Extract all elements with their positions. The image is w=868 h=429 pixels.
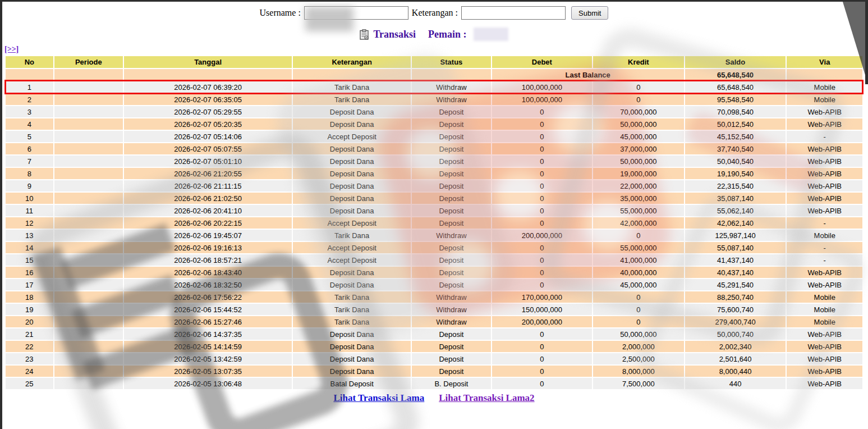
cell-tanggal: 2026-02-07 06:35:05 (124, 94, 292, 105)
table-row: 62026-02-07 05:07:55Deposit DanaDeposit0… (6, 143, 862, 154)
last-balance-value: 65,648,540 (685, 69, 786, 80)
cell-no: 12 (6, 217, 53, 229)
cell-no: 8 (6, 168, 53, 179)
submit-button[interactable]: Submit (571, 6, 608, 20)
cell-kredit: 7,500,000 (593, 378, 684, 389)
edge-border-right (865, 0, 868, 84)
cell-tanggal: 2026-02-05 13:07:35 (124, 366, 292, 377)
cell-kredit: 55,000,000 (593, 242, 684, 253)
cell-status: Deposit (412, 353, 491, 364)
col-saldo: Saldo (685, 56, 786, 68)
cell-debet: 0 (492, 143, 592, 154)
footer-links: Lihat Transaksi Lama Lihat Transaksi Lam… (0, 393, 868, 404)
cell-tanggal: 2026-02-07 05:14:06 (124, 131, 292, 142)
cell-via: Web-APIB (787, 353, 862, 364)
cell-tanggal: 2026-02-06 20:22:15 (124, 217, 292, 229)
cell-kredit: 55,000,000 (593, 205, 684, 216)
cell-kredit: 0 (593, 291, 684, 303)
cell-periode (54, 316, 123, 327)
table-row: 122026-02-06 20:22:15Accept DepositDepos… (6, 217, 862, 229)
cell-saldo: 55,087,140 (685, 242, 786, 253)
lihat-transaksi-lama2-link[interactable]: Lihat Transaksi Lama2 (439, 393, 534, 404)
cell-keterangan: Deposit Dana (293, 353, 411, 364)
keterangan-input[interactable] (461, 6, 566, 20)
cell-status: Withdraw (412, 230, 491, 241)
table-row: 202026-02-06 15:27:46Tarik DanaWithdraw2… (6, 316, 862, 327)
col-keterangan: Keterangan (293, 56, 411, 68)
cell-debet: 200,000,000 (492, 230, 592, 241)
cell-saldo: 37,740,540 (685, 143, 786, 154)
cell-tanggal: 2026-02-06 15:27:46 (124, 316, 292, 327)
cell-keterangan: Deposit Dana (293, 168, 411, 179)
cell-debet: 0 (492, 254, 592, 266)
cell-via: Web-APIB (787, 341, 862, 352)
cell-kredit: 2,500,000 (593, 353, 684, 364)
cell-debet: 0 (492, 106, 592, 117)
cell-status: Deposit (412, 180, 491, 191)
edge-border-top (0, 0, 868, 2)
cell-kredit: 0 (593, 316, 684, 327)
cell-via: Web-APIB (787, 143, 862, 154)
table-row: 232026-02-05 13:42:59Deposit DanaDeposit… (6, 353, 862, 364)
cell-debet: 0 (492, 328, 592, 340)
cell-periode (54, 304, 123, 315)
cell-no: 24 (6, 366, 53, 377)
cell-status: Deposit (412, 168, 491, 179)
table-row: 42026-02-07 05:20:35Deposit DanaDeposit0… (6, 118, 862, 130)
cell-status: B. Deposit (412, 378, 491, 389)
cell-no: 9 (6, 180, 53, 191)
cell-saldo: 8,000,440 (685, 366, 786, 377)
cell-periode (54, 94, 123, 105)
cell-saldo: 95,548,540 (685, 94, 786, 105)
cell-status: Deposit (412, 205, 491, 216)
table-row: 172026-02-06 18:32:50Deposit DanaDeposit… (6, 279, 862, 290)
table-row: 12026-02-07 06:39:20Tarik DanaWithdraw10… (6, 81, 862, 93)
table-row: 162026-02-06 18:43:40Deposit DanaDeposit… (6, 267, 862, 278)
cell-kredit: 40,000,000 (593, 267, 684, 278)
table-row: 82026-02-06 21:20:55Deposit DanaDeposit0… (6, 168, 862, 179)
last-balance-label: Last Balance (492, 69, 684, 80)
cell-via: Web-APIB (787, 366, 862, 377)
cell-keterangan: Tarik Dana (293, 304, 411, 315)
username-input[interactable] (304, 6, 408, 20)
cell-saldo: 440 (685, 378, 786, 389)
cell-no: 21 (6, 328, 53, 340)
cell-tanggal: 2026-02-06 18:32:50 (124, 279, 292, 290)
cell-keterangan: Tarik Dana (293, 94, 411, 105)
next-page-link[interactable]: [>>] (4, 45, 19, 53)
table-row: 252026-02-05 13:06:48Batal DepositB. Dep… (6, 378, 862, 389)
cell-tanggal: 2026-02-05 14:14:59 (124, 341, 292, 352)
cell-saldo: 2,501,640 (685, 353, 786, 364)
cell-saldo: 22,315,540 (685, 180, 786, 191)
cell-no: 7 (6, 156, 53, 167)
cell-via: - (787, 131, 862, 142)
cell-periode (54, 378, 123, 389)
cell-periode (54, 106, 123, 117)
cell-status: Deposit (412, 143, 491, 154)
lihat-transaksi-lama-link[interactable]: Lihat Transaksi Lama (333, 393, 424, 404)
cell-tanggal: 2026-02-07 05:01:10 (124, 156, 292, 167)
cell-tanggal: 2026-02-07 05:20:35 (124, 118, 292, 130)
cell-debet: 0 (492, 156, 592, 167)
cell-via: Web-APIB (787, 180, 862, 191)
cell-via: Web-APIB (787, 168, 862, 179)
page-title: Transaksi Pemain : (0, 28, 868, 41)
cell-keterangan: Tarik Dana (293, 291, 411, 303)
cell-status: Deposit (412, 366, 491, 377)
cell-no: 2 (6, 94, 53, 105)
cell-debet: 0 (492, 217, 592, 229)
cell-debet: 0 (492, 279, 592, 290)
cell-via: Web-APIB (787, 267, 862, 278)
cell-tanggal: 2026-02-07 05:07:55 (124, 143, 292, 154)
cell-saldo: 50,012,540 (685, 118, 786, 130)
cell-status: Withdraw (412, 316, 491, 327)
cell-kredit: 22,000,000 (593, 180, 684, 191)
cell-tanggal: 2026-02-06 19:16:13 (124, 242, 292, 253)
cell-no: 4 (6, 118, 53, 130)
cell-periode (54, 180, 123, 191)
cell-debet: 0 (492, 378, 592, 389)
cell-no: 22 (6, 341, 53, 352)
cell-no: 10 (6, 193, 53, 204)
col-periode: Periode (54, 56, 123, 68)
cell-kredit: 0 (593, 230, 684, 241)
